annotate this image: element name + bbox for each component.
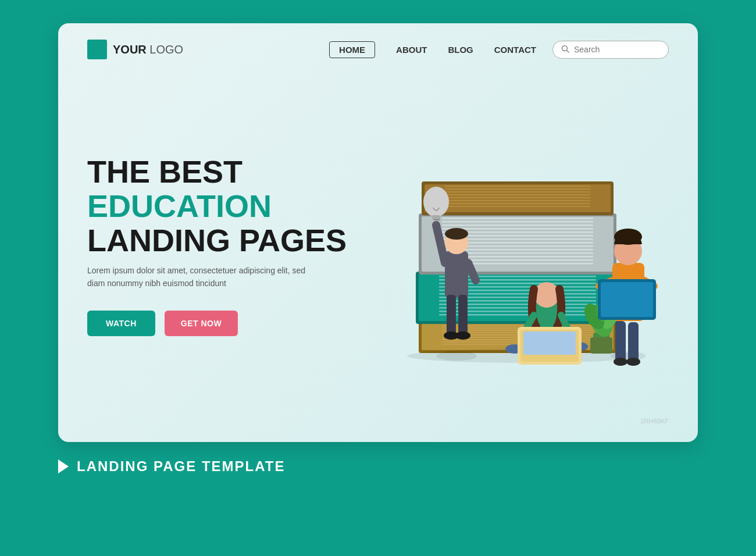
svg-rect-55 [445,251,468,298]
svg-rect-52 [445,206,590,207]
nav-contact[interactable]: CONTACT [494,45,536,55]
svg-rect-31 [442,224,593,226]
svg-point-63 [455,332,470,340]
svg-rect-80 [590,337,612,354]
hero-section: THE BEST EDUCATION LANDING PAGES Lorem i… [58,59,698,397]
search-icon [561,45,569,55]
nav-about[interactable]: ABOUT [396,45,427,55]
svg-point-64 [423,187,449,217]
nav-links: HOME ABOUT BLOG CONTACT [329,41,536,58]
svg-point-88 [614,358,627,366]
svg-rect-86 [615,321,626,362]
svg-rect-78 [523,332,576,355]
logo-square-icon [87,40,107,59]
svg-rect-94 [601,282,653,317]
svg-point-57 [445,228,468,240]
svg-point-89 [626,358,640,366]
hero-title-line2: EDUCATION [87,188,272,223]
hero-title-line1: THE BEST [87,154,243,189]
landing-card: YOUR LOGO HOME ABOUT BLOG CONTACT [58,23,698,442]
bottom-label-text: LANDING PAGE TEMPLATE [77,458,285,475]
watch-button[interactable]: WATCH [87,311,155,336]
svg-rect-50 [445,200,590,201]
navbar: YOUR LOGO HOME ABOUT BLOG CONTACT [58,23,698,59]
logo-logo: LOGO [149,43,183,56]
get-now-button[interactable]: GET NOW [165,311,238,336]
svg-point-96 [614,229,642,245]
svg-rect-87 [628,322,639,362]
svg-rect-47 [445,191,590,193]
hero-right [378,83,669,397]
watermark: 2RH69KF [641,418,669,425]
svg-rect-60 [447,295,456,336]
nav-home[interactable]: HOME [329,41,375,58]
svg-point-73 [534,282,559,308]
logo-your: YOUR [113,43,147,56]
svg-rect-30 [442,221,593,223]
svg-rect-48 [445,194,590,195]
svg-rect-51 [445,203,590,204]
svg-rect-49 [445,197,590,198]
hero-illustration [326,71,675,408]
logo-text: YOUR LOGO [113,43,183,56]
hero-description: Lorem ipsum dolor sit amet, consectetuer… [87,264,308,290]
svg-line-1 [567,50,569,52]
hero-title-line3: LANDING PAGES [87,223,347,258]
svg-point-54 [436,351,477,361]
svg-rect-65 [432,215,440,220]
outer-background: YOUR LOGO HOME ABOUT BLOG CONTACT [0,0,756,556]
nav-blog[interactable]: BLOG [448,45,473,55]
svg-rect-46 [445,188,590,190]
svg-rect-32 [442,228,593,230]
logo-area: YOUR LOGO [87,40,183,59]
search-input[interactable] [574,45,655,54]
chevron-right-icon [58,459,69,473]
search-box[interactable] [552,41,669,59]
svg-rect-45 [445,186,590,187]
svg-rect-61 [458,295,468,336]
svg-rect-29 [442,218,593,219]
bottom-label-area: LANDING PAGE TEMPLATE [58,442,698,475]
